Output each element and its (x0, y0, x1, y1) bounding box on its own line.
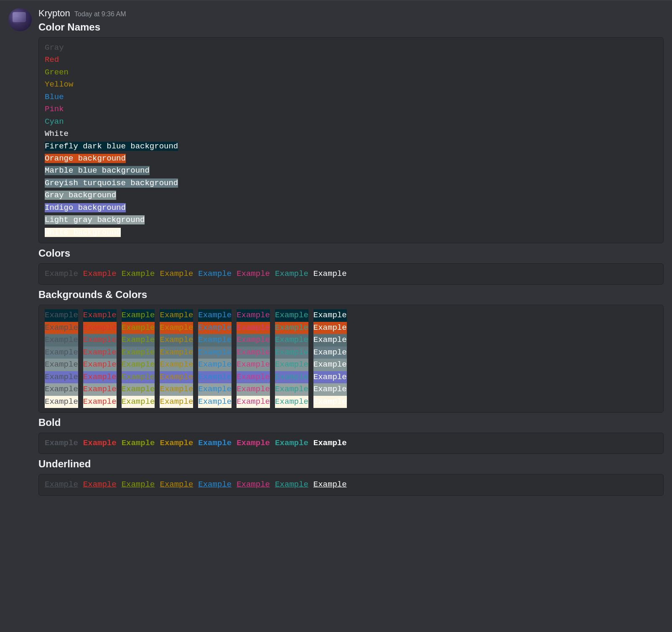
example-cell: Example (313, 437, 347, 449)
example-cell: Example (160, 371, 193, 383)
color-name-line: Cyan (45, 116, 657, 128)
example-cell: Example (160, 396, 193, 408)
color-name-line: Yellow (45, 79, 657, 91)
example-cell: Example (198, 479, 232, 491)
example-cell: Example (237, 309, 270, 321)
heading-underlined: Underlined (38, 458, 664, 470)
example-cell: Example (275, 359, 308, 371)
example-cell: Example (122, 268, 155, 280)
example-cell: Example (160, 479, 193, 491)
example-cell: Example (160, 268, 193, 280)
color-name-line: Marble blue background (45, 165, 657, 177)
example-cell: Example (83, 359, 117, 371)
example-cell: Example (45, 268, 78, 280)
example-cell: Example (160, 383, 193, 395)
example-cell: Example (83, 309, 117, 321)
color-name-line: Light gray background (45, 214, 657, 226)
example-cell: Example (83, 322, 117, 334)
example-row: ExampleExampleExampleExampleExampleExamp… (45, 309, 657, 321)
example-cell: Example (83, 383, 117, 395)
example-cell: Example (198, 371, 232, 383)
example-cell: Example (122, 309, 155, 321)
example-cell: Example (237, 334, 270, 346)
example-cell: Example (198, 383, 232, 395)
example-cell: Example (275, 437, 308, 449)
example-cell: Example (198, 437, 232, 449)
example-cell: Example (83, 347, 117, 359)
example-cell: Example (237, 383, 270, 395)
example-cell: Example (198, 322, 232, 334)
example-cell: Example (45, 479, 78, 491)
example-cell: Example (275, 322, 308, 334)
example-cell: Example (83, 334, 117, 346)
example-row: ExampleExampleExampleExampleExampleExamp… (45, 396, 657, 408)
example-cell: Example (313, 479, 347, 491)
example-cell: Example (275, 347, 308, 359)
example-cell: Example (45, 371, 78, 383)
username[interactable]: Krypton (38, 8, 70, 19)
message-content: Krypton Today at 9:36 AM Color Names Gra… (38, 8, 664, 497)
example-cell: Example (237, 437, 270, 449)
example-cell: Example (83, 479, 117, 491)
example-cell: Example (122, 383, 155, 395)
example-cell: Example (198, 334, 232, 346)
color-sample: Gray (45, 43, 64, 52)
example-cell: Example (198, 309, 232, 321)
example-row: ExampleExampleExampleExampleExampleExamp… (45, 479, 657, 491)
example-cell: Example (237, 371, 270, 383)
message-header: Krypton Today at 9:36 AM (38, 8, 664, 19)
color-sample: Orange background (45, 154, 126, 163)
heading-color-names: Color Names (38, 21, 664, 33)
example-cell: Example (237, 347, 270, 359)
example-cell: Example (122, 359, 155, 371)
color-sample: Indigo background (45, 203, 126, 212)
timestamp: Today at 9:36 AM (74, 10, 126, 18)
example-cell: Example (45, 334, 78, 346)
example-cell: Example (313, 334, 347, 346)
example-row: ExampleExampleExampleExampleExampleExamp… (45, 334, 657, 346)
color-name-line: Green (45, 66, 657, 79)
example-cell: Example (45, 396, 78, 408)
color-name-line: Gray (45, 42, 657, 54)
example-cell: Example (45, 359, 78, 371)
color-sample: Blue (45, 92, 64, 102)
color-name-line: White (45, 128, 657, 140)
example-row: ExampleExampleExampleExampleExampleExamp… (45, 437, 657, 449)
color-sample: Red (45, 55, 59, 64)
example-cell: Example (313, 396, 347, 408)
example-cell: Example (160, 334, 193, 346)
example-row: ExampleExampleExampleExampleExampleExamp… (45, 371, 657, 383)
example-cell: Example (83, 437, 117, 449)
color-sample: Pink (45, 104, 64, 114)
example-cell: Example (198, 359, 232, 371)
example-cell: Example (275, 479, 308, 491)
example-cell: Example (313, 322, 347, 334)
color-name-line: Gray background (45, 189, 657, 201)
example-cell: Example (237, 396, 270, 408)
example-cell: Example (122, 322, 155, 334)
example-cell: Example (237, 268, 270, 280)
example-cell: Example (160, 309, 193, 321)
example-cell: Example (45, 309, 78, 321)
example-cell: Example (237, 359, 270, 371)
example-cell: Example (83, 371, 117, 383)
example-cell: Example (160, 322, 193, 334)
color-sample: Marble blue background (45, 166, 150, 175)
example-cell: Example (122, 347, 155, 359)
color-name-line: Greyish turquoise background (45, 177, 657, 189)
codeblock-colors: ExampleExampleExampleExampleExampleExamp… (38, 263, 664, 285)
color-sample: Firefly dark blue background (45, 142, 178, 151)
example-cell: Example (83, 396, 117, 408)
heading-bold: Bold (38, 417, 664, 428)
example-cell: Example (198, 396, 232, 408)
example-cell: Example (313, 347, 347, 359)
example-cell: Example (160, 359, 193, 371)
example-cell: Example (313, 359, 347, 371)
color-name-line: Indigo background (45, 202, 657, 214)
color-name-line: Pink (45, 103, 657, 115)
example-cell: Example (160, 437, 193, 449)
example-cell: Example (237, 479, 270, 491)
example-cell: Example (45, 383, 78, 395)
example-cell: Example (45, 347, 78, 359)
avatar[interactable] (8, 8, 32, 31)
